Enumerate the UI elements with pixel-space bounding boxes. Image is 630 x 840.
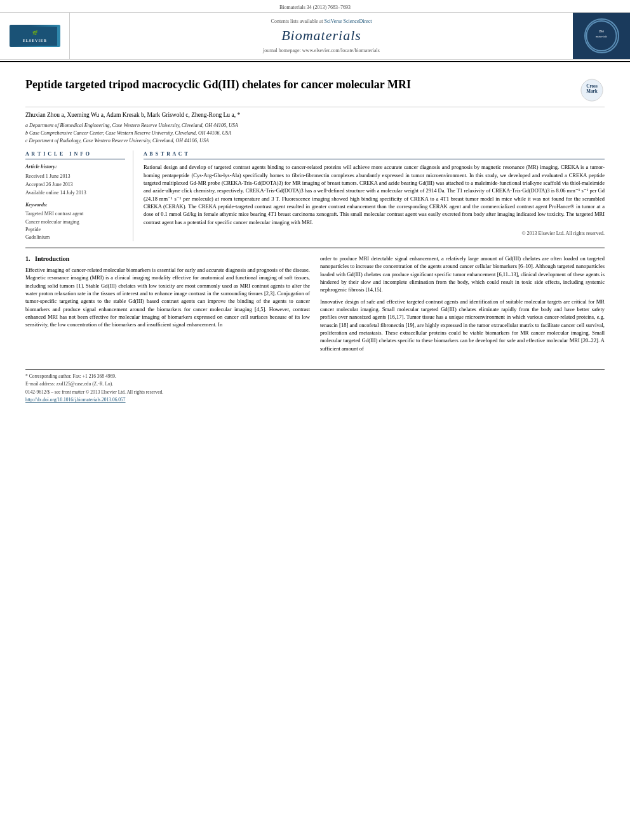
- footnote-star: * Corresponding author. Fax: +1 216 368 …: [25, 373, 605, 380]
- doi-link[interactable]: http://dx.doi.org/10.1016/j.biomaterials…: [25, 397, 605, 404]
- keywords-section: Keywords: Targeted MRI contrast agent Ca…: [25, 201, 125, 241]
- svg-rect-0: [13, 27, 57, 46]
- journal-ref: Biomaterials 34 (2013) 7683–7693: [0, 3, 630, 12]
- issn-line: 0142-9612/$ – see front matter © 2013 El…: [25, 389, 605, 396]
- body-col-right: order to produce MRI detectable signal e…: [320, 255, 605, 356]
- affiliation-b: b Case Comprehensive Cancer Center, Case…: [25, 130, 605, 137]
- available-text: Available online 14 July 2013: [25, 189, 125, 196]
- elsevier-logo-svg: 🌿 ELSEVIER: [13, 27, 57, 46]
- intro-title: Introduction: [35, 255, 69, 262]
- intro-heading: 1. Introduction: [25, 255, 310, 263]
- email-line: E-mail address: zxd125@case.edu (Z.-R. L…: [25, 381, 605, 388]
- article-info-col: A R T I C L E I N F O Article history: R…: [25, 150, 133, 241]
- keyword-2: Peptide: [25, 226, 125, 233]
- sciverse-line: Contents lists available at SciVerse Sci…: [271, 18, 372, 25]
- article-title: Peptide targeted tripod macrocyclic Gd(I…: [25, 77, 579, 92]
- copyright-line: © 2013 Elsevier Ltd. All rights reserved…: [144, 230, 605, 237]
- elsevier-logo-image: 🌿 ELSEVIER: [10, 25, 60, 47]
- journal-header: Biomaterials 34 (2013) 7683–7693 🌿 ELSEV…: [0, 0, 630, 62]
- history-label: Article history:: [25, 163, 125, 170]
- accepted-text: Accepted 26 June 2013: [25, 181, 125, 188]
- footer-section: * Corresponding author. Fax: +1 216 368 …: [25, 369, 605, 404]
- body-col-left: 1. Introduction Effective imaging of can…: [25, 255, 310, 356]
- article-info-heading: A R T I C L E I N F O: [25, 150, 125, 159]
- elsevier-logo-area: 🌿 ELSEVIER: [0, 13, 70, 59]
- keywords-label: Keywords:: [25, 201, 125, 208]
- banner-center: Contents lists available at SciVerse Sci…: [70, 13, 573, 59]
- keyword-0: Targeted MRI contrast agent: [25, 210, 125, 217]
- affiliation-a: a Department of Biomedical Engineering, …: [25, 122, 605, 129]
- section-divider: [25, 248, 605, 248]
- intro-num: 1.: [25, 255, 30, 262]
- badge-circle: Bio materials: [584, 18, 619, 53]
- svg-text:Mark: Mark: [586, 89, 598, 94]
- sciverse-text: Contents lists available at: [271, 18, 323, 24]
- page: Biomaterials 34 (2013) 7683–7693 🌿 ELSEV…: [0, 0, 630, 840]
- two-col-body: 1. Introduction Effective imaging of can…: [25, 255, 605, 356]
- crossmark-svg: Cross Mark: [580, 79, 603, 102]
- abstract-heading: A B S T R A C T: [144, 150, 605, 159]
- article-body: A R T I C L E I N F O Article history: R…: [25, 150, 605, 241]
- intro-col2-text: order to produce MRI detectable signal e…: [320, 255, 605, 294]
- svg-text:🌿: 🌿: [31, 30, 39, 36]
- main-content: Peptide targeted tripod macrocyclic Gd(I…: [0, 62, 630, 410]
- badge-svg: Bio materials: [585, 20, 618, 52]
- sciverse-link[interactable]: SciVerse ScienceDirect: [325, 18, 372, 24]
- crossmark-badge[interactable]: Cross Mark: [579, 77, 605, 103]
- intro-col2-text2: Innovative design of safe and effective …: [320, 298, 605, 352]
- article-title-section: Peptide targeted tripod macrocyclic Gd(I…: [25, 71, 605, 107]
- intro-col1-text: Effective imaging of cancer-related mole…: [25, 266, 310, 329]
- svg-text:Bio: Bio: [599, 29, 604, 33]
- svg-text:Cross: Cross: [586, 84, 598, 89]
- svg-text:materials: materials: [596, 36, 608, 39]
- authors-line: Zhuxian Zhou a, Xueming Wu a, Adam Kresa…: [25, 111, 605, 119]
- article-info-label: A R T I C L E I N F O: [25, 151, 90, 157]
- elsevier-logo: 🌿 ELSEVIER: [10, 25, 60, 47]
- journal-url: journal homepage: www.elsevier.com/locat…: [263, 47, 380, 54]
- affiliation-c: c Department of Radiology, Case Western …: [25, 137, 605, 144]
- keyword-3: Gadolinium: [25, 234, 125, 241]
- svg-text:ELSEVIER: ELSEVIER: [22, 39, 46, 43]
- journal-title-banner: Biomaterials: [281, 26, 361, 46]
- biomaterials-badge: Bio materials: [584, 18, 619, 53]
- journal-banner: 🌿 ELSEVIER Contents lists available at S…: [0, 12, 630, 60]
- received-text: Received 1 June 2013: [25, 173, 125, 180]
- banner-right: Bio materials: [573, 13, 630, 59]
- abstract-text: Rational design and develop of targeted …: [144, 163, 605, 226]
- keyword-1: Cancer molecular imaging: [25, 218, 125, 225]
- abstract-col: A B S T R A C T Rational design and deve…: [144, 150, 605, 241]
